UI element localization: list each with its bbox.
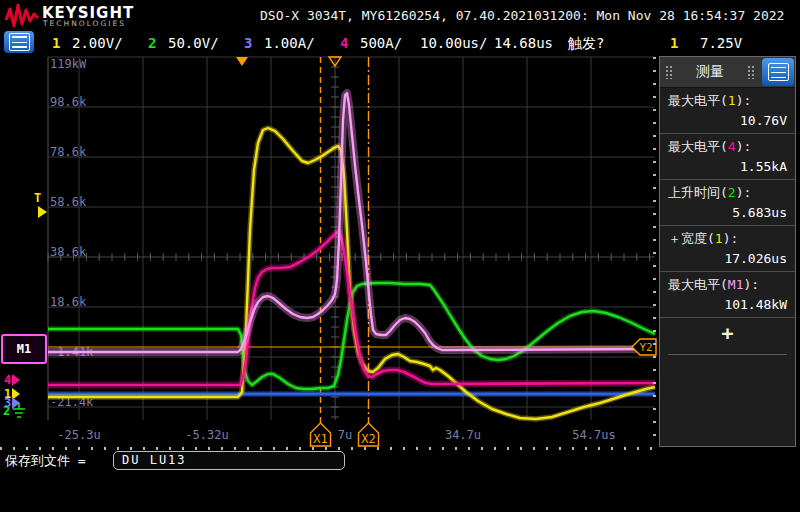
ch2-marker-label: 2 <box>3 404 10 418</box>
bottom-bar: 保存到文件 = DU LU13 ↻ 格式 PNG 图像 ↻ 保存至 /usb 文… <box>0 450 800 512</box>
ch1-scale[interactable]: 2.00V/ <box>72 35 123 51</box>
math-m1-marker[interactable]: M1 <box>1 334 47 364</box>
ch4-marker-label: 4 <box>4 373 11 387</box>
measurement-value: 5.683us <box>668 205 787 220</box>
m1-marker-label: M1 <box>17 342 31 356</box>
oscilloscope-screen: KEYSIGHT TECHNOLOGIES DSO-X 3034T, MY612… <box>0 0 800 512</box>
trigger-level-marker[interactable]: T <box>28 191 47 218</box>
add-measurement-row: + <box>668 318 787 355</box>
menu-icon <box>768 63 789 81</box>
ch1-number[interactable]: 1 <box>52 35 60 51</box>
measurement-item[interactable]: 最大电平(4): 1.55kA <box>660 134 795 180</box>
measurement-menu-button[interactable] <box>762 58 794 86</box>
ch3-number[interactable]: 3 <box>244 35 252 51</box>
measurement-source: 1 <box>715 231 723 246</box>
cursor-x1-tag-label: X1 <box>313 432 327 446</box>
ch4-marker-arrow-icon <box>12 374 20 386</box>
ch4-trace <box>48 232 655 385</box>
top-bar: KEYSIGHT TECHNOLOGIES DSO-X 3034T, MY612… <box>0 0 800 30</box>
waveform-display: 119kW98.6k78.6k58.6k38.6k18.6k-1.41k-21.… <box>0 55 658 450</box>
measurement-label-end: ): <box>743 277 759 292</box>
ch3-scale[interactable]: 1.00A/ <box>264 35 315 51</box>
ch4-scale[interactable]: 500A/ <box>360 35 402 51</box>
trigger-source[interactable]: 1 <box>670 35 678 51</box>
instrument-title: DSO-X 3034T, MY61260254, 07.40.202103120… <box>260 8 784 23</box>
drag-handle-icon[interactable] <box>665 65 673 79</box>
trigger-marker-arrow-icon <box>38 206 47 218</box>
graticule: X1X2Y2 <box>0 55 658 450</box>
measurement-label-end: ): <box>736 139 752 154</box>
measurement-label: 最大电平( <box>668 93 728 108</box>
brand-subtitle: TECHNOLOGIES <box>43 19 126 28</box>
timebase-delay[interactable]: 14.68us <box>494 35 553 51</box>
measurement-source: 1 <box>728 93 736 108</box>
add-measurement-button[interactable]: + <box>721 324 733 342</box>
ch4-ground-marker[interactable]: 4 <box>4 373 20 387</box>
measurement-value: 17.026us <box>668 251 787 266</box>
measurement-label-end: ): <box>736 185 752 200</box>
ch2-number[interactable]: 2 <box>148 35 156 51</box>
measurement-item[interactable]: 最大电平(1): 10.76V <box>660 88 795 134</box>
measurement-panel-title: 测量 <box>678 63 742 81</box>
measurement-label: 最大电平( <box>668 277 728 292</box>
cursor-y2-tag-label: Y2 <box>639 341 652 354</box>
measurement-source: 4 <box>728 139 736 154</box>
measurement-value: 1.55kA <box>668 159 787 174</box>
measurement-source: M1 <box>728 277 744 292</box>
ch1-trace-glow <box>48 128 655 419</box>
trigger-status: 触发? <box>568 35 604 53</box>
measurement-label: 最大电平( <box>668 139 728 154</box>
measurement-label-end: ): <box>736 93 752 108</box>
measurement-label: ＋宽度( <box>668 231 715 246</box>
trigger-level[interactable]: 7.25V <box>700 35 742 51</box>
measurement-source: 2 <box>728 185 736 200</box>
right-tick-ruler <box>653 57 656 447</box>
menu-icon <box>9 33 30 51</box>
measurement-item[interactable]: 上升时间(2): 5.683us <box>660 180 795 226</box>
keysight-logo-icon <box>4 2 40 29</box>
trigger-marker-label: T <box>34 191 41 205</box>
measurement-label: 上升时间( <box>668 185 728 200</box>
measurement-panel-header[interactable]: 测量 <box>660 57 795 88</box>
ground-icon <box>11 403 27 419</box>
ch2-ground-marker[interactable]: 2 <box>3 403 27 419</box>
main-menu-button[interactable] <box>4 31 34 53</box>
drag-handle-icon[interactable] <box>747 65 755 79</box>
measurement-label-end: ): <box>723 231 739 246</box>
measurement-panel: 测量 最大电平(1): 10.76V 最大电平(4): 1.55kA 上升时间(… <box>659 56 796 447</box>
save-to-file-label: 保存到文件 = <box>5 452 86 470</box>
measurement-value: 10.76V <box>668 113 787 128</box>
trigger-time-marker-icon[interactable] <box>236 57 248 66</box>
ch2-scale[interactable]: 50.0V/ <box>168 35 219 51</box>
measurement-item[interactable]: ＋宽度(1): 17.026us <box>660 226 795 272</box>
status-bar: 1 2.00V/ 2 50.0V/ 3 1.00A/ 4 500A/ 10.00… <box>0 30 800 55</box>
timebase-scale[interactable]: 10.00us/ <box>420 35 487 51</box>
measurement-value: 101.48kW <box>668 297 787 312</box>
filename-input[interactable]: DU LU13 <box>113 451 345 470</box>
measurement-item[interactable]: 最大电平(M1): 101.48kW <box>660 272 795 318</box>
ch4-number[interactable]: 4 <box>340 35 348 51</box>
cursor-x2-tag-label: X2 <box>361 432 375 446</box>
